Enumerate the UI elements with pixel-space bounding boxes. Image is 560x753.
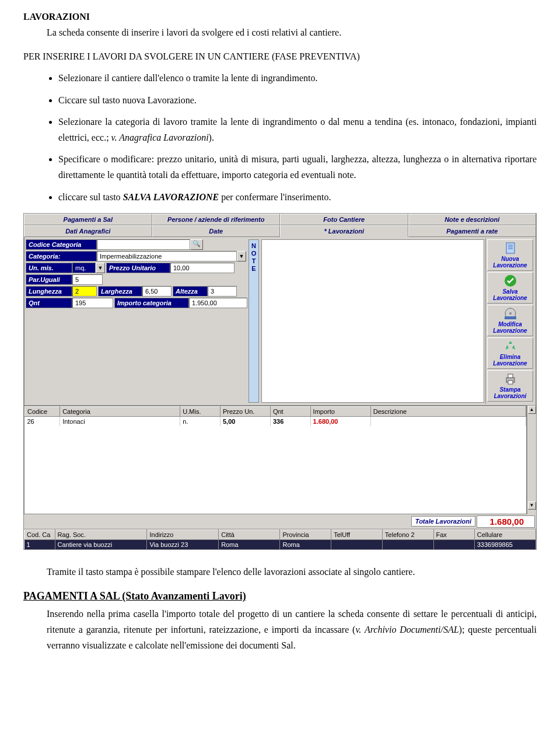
tab-persone-aziende[interactable]: Persone / aziende di riferimento <box>152 214 281 225</box>
chevron-down-icon[interactable]: ▼ <box>237 251 246 262</box>
lavorazioni-table: Codice Categoria U.Mis. Prezzo Un. Qnt I… <box>24 406 527 514</box>
label-categoria: Categoria: <box>26 251 97 262</box>
fcell-cell: 3336989865 <box>474 539 536 549</box>
cell-categoria: Intonaci <box>60 416 180 426</box>
doc-p2: Inserendo nella prima casella l'importo … <box>47 606 537 654</box>
doc-intro: La scheda consente di inserire i lavori … <box>47 25 537 40</box>
document-icon <box>502 241 519 255</box>
input-un-mis[interactable]: mq. <box>72 263 96 273</box>
col-codice[interactable]: Codice <box>25 406 60 416</box>
cell-umis: n. <box>180 416 220 426</box>
svg-rect-0 <box>506 243 514 253</box>
form-panel: Codice Categoria 🔍 Categoria: Impermeabi… <box>26 238 247 404</box>
search-icon[interactable]: 🔍 <box>190 239 203 250</box>
label-codice-categoria: Codice Categoria <box>26 239 97 250</box>
fcol-cell[interactable]: Cellulare <box>474 529 536 539</box>
table-row[interactable]: 26 Intonaci n. 5,00 336 1.680,00 <box>25 416 526 426</box>
note-strip[interactable]: N O T E <box>249 239 259 403</box>
fcell-tel1 <box>331 539 383 549</box>
label-prezzo-unitario: Prezzo Unitario <box>106 263 170 273</box>
tab-pagamenti-rate[interactable]: Pagamenti a rate <box>408 225 537 237</box>
nuova-lavorazione-button[interactable]: Nuova Lavorazione <box>487 239 533 271</box>
fcell-citta: Roma <box>219 539 280 549</box>
chevron-down-icon[interactable]: ▼ <box>96 263 105 273</box>
disk-icon <box>502 306 519 320</box>
col-umis[interactable]: U.Mis. <box>180 406 220 416</box>
label-un-mis: Un. mis. <box>26 263 72 273</box>
label-larghezza: Larghezza <box>98 286 142 297</box>
fcol-rag[interactable]: Rag. Soc. <box>55 529 147 539</box>
fcol-cod[interactable]: Cod. Ca <box>24 529 55 539</box>
tab-foto-cantiere[interactable]: Foto Cantiere <box>280 214 408 225</box>
input-par-uguali[interactable]: 5 <box>72 274 103 285</box>
input-altezza[interactable]: 3 <box>208 286 237 297</box>
tabs-row-top: Pagamenti a Sal Persone / aziende di rif… <box>24 214 536 225</box>
note-textarea[interactable] <box>261 239 484 403</box>
fcol-tel2[interactable]: Telefono 2 <box>382 529 433 539</box>
stampa-lavorazioni-button[interactable]: Stampa Lavorazioni <box>487 370 533 402</box>
col-descrizione[interactable]: Descrizione <box>370 406 526 416</box>
fcol-prov[interactable]: Provincia <box>280 529 331 539</box>
tabs-row-bottom: Dati Anagrafici Date * Lavorazioni Pagam… <box>24 225 536 237</box>
input-prezzo-unitario[interactable]: 10,00 <box>170 263 235 273</box>
fcol-tel1[interactable]: TelUff <box>331 529 383 539</box>
fcol-citta[interactable]: Città <box>219 529 280 539</box>
tab-note-descrizioni[interactable]: Note e descrizioni <box>408 214 537 225</box>
tab-date[interactable]: Date <box>152 225 281 237</box>
label-lunghezza: Lunghezza <box>26 286 72 297</box>
bullet-5: cliccare sul tasto SALVA LAVORAZIONE per… <box>58 189 537 205</box>
vertical-scrollbar[interactable]: ▲ ▼ <box>527 406 536 514</box>
scroll-up-icon[interactable]: ▲ <box>528 406 536 414</box>
col-prezzo[interactable]: Prezzo Un. <box>220 406 271 416</box>
fcol-fax[interactable]: Fax <box>433 529 474 539</box>
tab-pagamenti-sal[interactable]: Pagamenti a Sal <box>24 214 152 225</box>
printer-icon <box>502 372 519 386</box>
label-qnt: Qnt <box>26 298 72 308</box>
col-importo[interactable]: Importo <box>310 406 370 416</box>
svg-rect-9 <box>508 374 513 378</box>
bullet-2: Ciccare sul tasto nuova Lavorazione. <box>58 92 537 108</box>
svg-rect-7 <box>505 316 516 319</box>
col-qnt[interactable]: Qnt <box>270 406 310 416</box>
sidebar: Nuova Lavorazione Salva Lavorazione Modi… <box>485 238 534 404</box>
fcell-tel2 <box>382 539 433 549</box>
input-categoria[interactable]: Impermeabilizzazione <box>97 251 237 262</box>
salva-lavorazione-button[interactable]: Salva Lavorazione <box>487 272 533 304</box>
cell-descrizione <box>370 416 526 426</box>
input-qnt[interactable]: 195 <box>72 298 113 308</box>
doc-section-title: LAVORAZIONI <box>23 12 537 22</box>
recycle-icon <box>502 339 519 353</box>
footer-row[interactable]: 1 Cantiere via buozzi Via buozzi 23 Roma… <box>24 539 536 549</box>
total-row: Totale Lavorazioni 1.680,00 <box>24 514 536 529</box>
total-value: 1.680,00 <box>477 515 535 528</box>
input-codice-categoria[interactable] <box>97 239 190 250</box>
table-header-row: Codice Categoria U.Mis. Prezzo Un. Qnt I… <box>25 406 526 416</box>
cell-prezzo: 5,00 <box>220 416 271 426</box>
input-lunghezza[interactable]: 2 <box>72 286 97 297</box>
tab-lavorazioni[interactable]: * Lavorazioni <box>280 225 408 237</box>
cell-qnt: 336 <box>270 416 310 426</box>
doc-bullet-list: Selezionare il cantiere dall'elenco o tr… <box>58 70 537 204</box>
total-label: Totale Lavorazioni <box>411 516 475 527</box>
label-altezza: Altezza <box>173 286 208 297</box>
fcol-ind[interactable]: Indirizzo <box>147 529 219 539</box>
tab-dati-anagrafici[interactable]: Dati Anagrafici <box>24 225 152 237</box>
doc-h2-pagamenti: PAGAMENTI A SAL (Stato Avanzamenti Lavor… <box>23 590 537 602</box>
svg-rect-10 <box>508 381 513 384</box>
input-importo-categoria[interactable]: 1.950,00 <box>189 298 247 308</box>
footer-header-row: Cod. Ca Rag. Soc. Indirizzo Città Provin… <box>24 529 536 539</box>
fcell-rag: Cantiere via buozzi <box>55 539 147 549</box>
col-categoria[interactable]: Categoria <box>60 406 180 416</box>
check-icon <box>502 274 519 288</box>
modifica-lavorazione-button[interactable]: Modifica Lavorazione <box>487 305 533 336</box>
svg-point-6 <box>509 312 512 315</box>
input-larghezza[interactable]: 6,50 <box>142 286 172 297</box>
fcell-ind: Via buozzi 23 <box>147 539 219 549</box>
cell-importo: 1.680,00 <box>310 416 370 426</box>
cell-codice: 26 <box>25 416 60 426</box>
elimina-lavorazione-button[interactable]: Elimina Lavorazione <box>487 337 533 369</box>
doc-subtitle: PER INSERIRE I LAVORI DA SVOLGERE IN UN … <box>23 48 537 64</box>
scroll-down-icon[interactable]: ▼ <box>528 501 536 510</box>
bullet-1: Selezionare il cantiere dall'elenco o tr… <box>58 70 537 86</box>
bullet-4: Specificare o modificare: prezzo unitari… <box>58 151 537 183</box>
